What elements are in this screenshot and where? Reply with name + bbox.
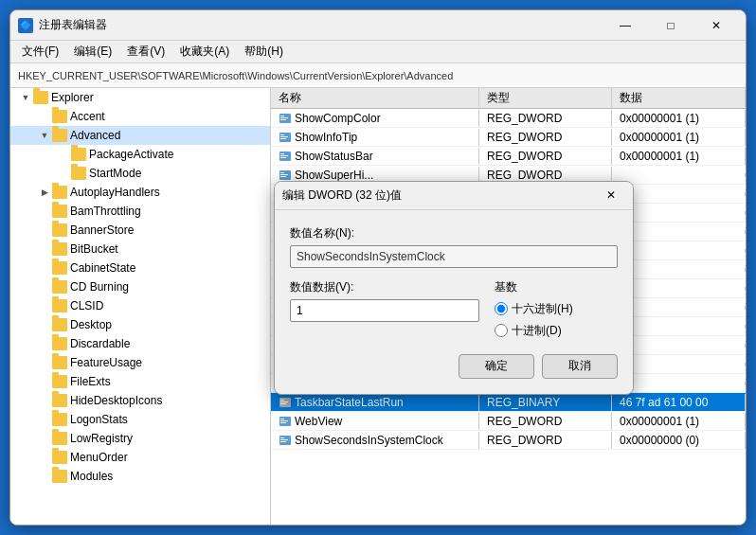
radio-hex-input[interactable] [495,302,508,315]
tree-item-fileexts[interactable]: ▶ FileExts [10,372,270,391]
tree-label-lowregistry: LowRegistry [70,432,133,445]
tree-item-modules[interactable]: ▶ Modules [10,467,270,486]
radio-dec-input[interactable] [495,324,508,337]
data-row[interactable]: ShowStatusBar REG_DWORD 0x00000001 (1) [271,147,746,166]
data-row[interactable]: ShowSecondsInSystemClock REG_DWORD 0x000… [271,431,746,450]
tree-item-bamthrottling[interactable]: ▶ BamThrottling [10,202,270,221]
row-data: 0x00000001 (1) [612,413,746,430]
ok-button[interactable]: 确定 [459,354,534,379]
row-data: 0x00000001 (1) [612,148,746,165]
name-input[interactable] [290,245,618,268]
tree-panel[interactable]: ▼ Explorer ▶ Accent ▼ Advanced [10,88,271,525]
tree-label-packageactivate: PackageActivate [89,148,173,161]
base-label: 基数 [495,279,618,295]
data-row[interactable]: ShowInfoTip REG_DWORD 0x00000001 (1) [271,128,746,147]
folder-icon-hidedesktopicons [52,394,67,407]
menu-help[interactable]: 帮助(H) [237,42,291,62]
tree-item-cabinetstate[interactable]: ▶ CabinetState [10,259,270,277]
row-data: 0x00000001 (1) [612,110,746,127]
data-row-selected[interactable]: TaskbarStateLastRun REG_BINARY 46 7f ad … [271,393,746,412]
svg-rect-63 [280,403,286,404]
svg-rect-1 [280,116,284,116]
address-bar: HKEY_CURRENT_USER\SOFTWARE\Microsoft\Win… [10,63,746,88]
tree-item-logonstats[interactable]: ▶ LogonStats [10,410,270,429]
col-header-data: 数据 [612,88,746,108]
folder-icon-cabinetstate [52,261,67,275]
folder-icon-modules [52,470,67,483]
row-name: WebView [271,413,479,430]
radio-hex[interactable]: 十六进制(H) [495,301,618,317]
folder-icon-accent [52,110,67,123]
svg-rect-6 [280,136,288,137]
menu-bar: 文件(F) 编辑(E) 查看(V) 收藏夹(A) 帮助(H) [10,41,746,63]
value-input[interactable] [290,299,479,322]
tree-label-explorer: Explorer [51,91,94,104]
folder-icon-fileexts [52,375,67,388]
tree-item-cdburning[interactable]: ▶ CD Burning [10,277,270,296]
row-type: REG_DWORD [479,413,612,430]
svg-rect-71 [280,441,286,442]
tree-item-featureusage[interactable]: ▶ FeatureUsage [10,353,270,372]
row-name: ShowCompColor [271,110,479,127]
edit-dword-dialog: 编辑 DWORD (32 位)值 ✕ 数值名称(N): 数值数据(V): [274,181,634,395]
dialog-close-button[interactable]: ✕ [597,184,625,206]
tree-item-clsid[interactable]: ▶ CLSID [10,296,270,315]
radio-dec[interactable]: 十进制(D) [495,323,618,339]
tree-item-startmode[interactable]: ▶ StartMode [10,164,270,183]
minimize-button[interactable]: — [603,12,647,39]
tree-item-advanced[interactable]: ▼ Advanced [10,126,270,145]
value-label: 数值数据(V): [290,279,479,295]
dialog-title-bar: 编辑 DWORD (32 位)值 ✕ [275,182,633,210]
tree-item-bitbucket[interactable]: ▶ BitBucket [10,240,270,259]
close-button[interactable]: ✕ [694,12,738,39]
svg-rect-9 [280,153,284,154]
row-name: ShowSecondsInSystemClock [271,432,479,449]
folder-icon-bitbucket [52,242,67,256]
menu-file[interactable]: 文件(F) [14,42,66,62]
title-bar: 🔷 注册表编辑器 — □ ✕ [10,10,746,41]
svg-rect-5 [280,134,284,135]
tree-item-accent[interactable]: ▶ Accent [10,107,270,126]
base-section: 基数 十六进制(H) 十进制(D) [495,279,618,339]
tree-item-autoplayhandlers[interactable]: ▶ AutoplayHandlers [10,183,270,202]
menu-edit[interactable]: 编辑(E) [66,42,119,62]
row-data [612,173,746,177]
menu-favorites[interactable]: 收藏夹(A) [172,42,237,62]
row-data: 0x00000001 (1) [612,129,746,146]
tree-label-logonstats: LogonStats [70,413,128,426]
svg-rect-2 [280,117,288,118]
svg-rect-65 [280,419,284,419]
tree-item-explorer[interactable]: ▼ Explorer [10,88,270,107]
taskbar-state-last-run-label: TaskbarStateLastRun [295,396,404,409]
row-data: 46 7f ad 61 00 00 [612,394,746,411]
radio-dec-label: 十进制(D) [512,323,562,339]
svg-rect-70 [280,439,288,440]
main-wrapper: ▼ Explorer ▶ Accent ▼ Advanced [10,88,746,525]
tree-item-discardable[interactable]: ▶ Discardable [10,334,270,353]
tree-item-menuorder[interactable]: ▶ MenuOrder [10,448,270,467]
folder-icon-bannerstore [52,223,67,237]
tree-label-hidedesktopicons: HideDesktopIcons [70,394,162,407]
tree-item-desktop[interactable]: ▶ Desktop [10,315,270,334]
address-path: HKEY_CURRENT_USER\SOFTWARE\Microsoft\Win… [18,70,453,81]
tree-label-menuorder: MenuOrder [70,451,128,464]
folder-icon-menuorder [52,451,67,464]
row-name: ShowStatusBar [271,148,479,165]
tree-item-hidedesktopicons[interactable]: ▶ HideDesktopIcons [10,391,270,410]
svg-rect-69 [280,437,284,438]
row-type: REG_DWORD [479,110,612,127]
dialog-value-base-row: 数值数据(V): 基数 十六进制(H) [290,279,618,339]
row-data: 0x00000000 (0) [612,432,746,449]
data-row[interactable]: WebView REG_DWORD 0x00000001 (1) [271,412,746,431]
tree-item-packageactivate[interactable]: ▶ PackageActivate [10,145,270,164]
title-bar-controls: — □ ✕ [603,12,738,39]
tree-item-bannerstore[interactable]: ▶ BannerStore [10,221,270,240]
data-row[interactable]: ShowCompColor REG_DWORD 0x00000001 (1) [271,109,746,128]
dialog-body: 数值名称(N): 数值数据(V): 基数 [275,210,633,394]
menu-view[interactable]: 查看(V) [119,42,172,62]
value-section: 数值数据(V): [290,279,479,322]
tree-item-lowregistry[interactable]: ▶ LowRegistry [10,429,270,448]
maximize-button[interactable]: □ [649,12,693,39]
folder-icon-featureusage [52,356,67,369]
cancel-button[interactable]: 取消 [542,354,618,379]
